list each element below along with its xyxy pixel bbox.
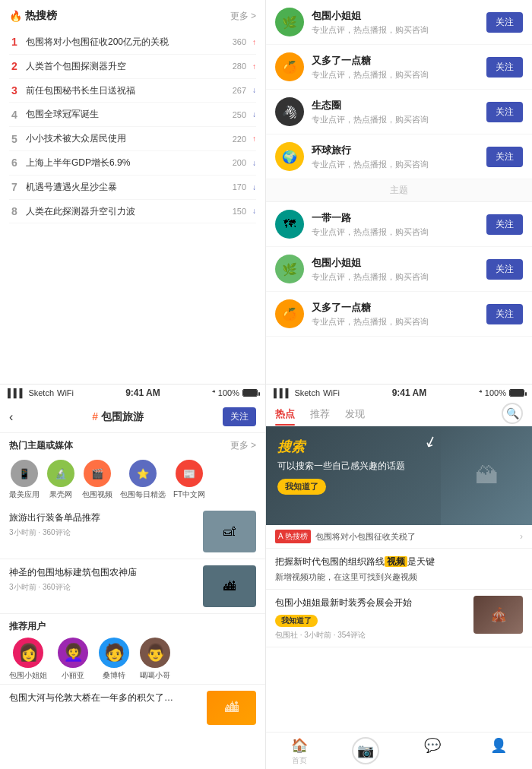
hot-rank: 1 [9,36,20,48]
follow-item[interactable]: 🌿 包围小姐姐 专业点评，热点播报，购买咨询 关注 [266,247,532,292]
hot-num: 150 [233,207,246,216]
camera-circle-button[interactable]: 📷 [352,737,379,764]
topic-item[interactable]: 🔬 果壳网 [47,460,74,500]
bluetooth-icon: ⁴ [212,388,215,398]
follow-item[interactable]: 🌿 包围小姐姐 专业点评，热点播报，购买咨询 关注 [266,0,532,45]
hot-strip-text: 包围将对小包围征收关税了 [315,531,515,543]
tab-discover[interactable]: 发现 [345,401,365,426]
bottom-nav-profile[interactable]: 👤 [466,737,533,766]
topic-label: 最美应用 [9,489,40,500]
avatar-emoji: 🗺 [283,217,296,231]
banner-badge[interactable]: 我知道了 [277,479,326,495]
topic-avatar: ⭐ [129,460,157,487]
follow-button[interactable]: 关注 [486,12,523,33]
user-emoji: 🧑 [104,643,125,663]
hot-num: 200 [233,158,246,167]
article-card[interactable]: 旅游出行装备单品推荐 3小时前 · 360评论 🛋 [0,505,265,559]
hot-item-text: 机遇号遭遇火星沙尘暴 [26,181,226,194]
hot-rank: 6 [9,157,20,169]
hot-strip[interactable]: A 热搜榜 包围将对小包围征收关税了 › [266,525,532,549]
hot-list-item[interactable]: 3 前任包围秘书长生日送祝福 267 ↓ [9,79,256,103]
hot-list-item[interactable]: 2 人类首个包围探测器升空 280 ↑ [9,55,256,79]
back-button[interactable]: ‹ [9,410,13,424]
follow-button[interactable]: 关注 [486,57,523,78]
article-thumb: 🏙 [203,565,256,607]
follow-item[interactable]: 🗺 一带一路 专业点评，热点播报，购买咨询 关注 [266,202,532,247]
topic-item[interactable]: ⭐ 包围每日精选 [120,460,166,500]
rec-user-avatar: 👩 [13,638,43,668]
rec-user[interactable]: 👩‍🦱 小丽亚 [58,638,88,681]
battery-icon [242,389,258,397]
hot-list-item[interactable]: 6 上海上半年GDP增长6.9% 200 ↓ [9,151,256,176]
disc-card-1[interactable]: 把握新时代包围的组织路线视频是天键 新增视频功能，在这里可找到兴趣视频 [266,549,532,590]
wifi-icon: WiFi [57,388,74,397]
theme-list: 🗺 一带一路 专业点评，热点播报，购买咨询 关注 🌿 包围小姐姐 专业点评，热点… [266,202,532,337]
search-circle-button[interactable]: 🔍 [502,403,523,424]
rec-user[interactable]: 👨 噶噶小哥 [140,638,170,681]
hot-item-text: 包围将对小包围征收200亿元的关税 [26,36,226,49]
topics-more-link[interactable]: 更多 > [230,439,256,452]
article-card[interactable]: 神圣的包围地标建筑包围农神庙 3小时前 · 360评论 🏙 [0,559,265,614]
topic-item[interactable]: 🎬 包围视频 [82,460,112,500]
discovery-bottom-bar: 🏠 首页 📷 💬 👤 [266,732,532,769]
tab-hot[interactable]: 热点 [275,401,295,426]
follow-item[interactable]: 🌍 环球旅行 专业点评，热点播报，购买咨询 关注 [266,134,532,179]
follow-item[interactable]: 🍊 又多了一点糖 专业点评，热点播报，购买咨询 关注 [266,292,532,337]
hot-list-item[interactable]: 5 小小技术被大众居民使用 220 ↑ [9,127,256,151]
bottom-nav-home[interactable]: 🏠 首页 [266,737,333,766]
follow-desc: 专业点评，热点播报，购买咨询 [312,24,479,36]
article-title: 神圣的包围地标建筑包围农神庙 [9,565,197,579]
topic-label: 包围每日精选 [120,489,166,500]
hot-item-text: 人类首个包围探测器升空 [26,60,226,73]
follow-info: 包围小姐姐 专业点评，热点播报，购买咨询 [312,256,479,283]
follow-button[interactable]: 关注 [486,214,523,235]
time-display2: 9:41 AM [392,388,427,398]
follow-button[interactable]: 关注 [486,304,523,324]
follow-desc: 专业点评，热点播报，购买咨询 [312,69,479,81]
bottom-nav-messages[interactable]: 💬 [399,737,466,766]
rec-user-name: 小丽亚 [62,670,84,681]
rec-user-name: 桑博特 [103,670,125,681]
bottom-nav-camera[interactable]: 📷 [333,737,400,766]
follow-item[interactable]: 🍊 又多了一点糖 专业点评，热点播报，购买咨询 关注 [266,45,532,90]
more-link[interactable]: 更多 > [230,10,256,23]
follow-desc: 专业点评，热点播报，购买咨询 [312,159,479,170]
tab-recommend[interactable]: 推荐 [310,401,330,426]
hot-list-item[interactable]: 8 人类在此探测器升空引力波 150 ↓ [9,200,256,224]
disc-card-2[interactable]: 包围小姐姐最新时装秀会展会开始 我知道了 包围社 · 3小时前 · 354评论 … [266,590,532,647]
avatar-emoji: 🌿 [282,262,297,277]
follow-avatar: 🌿 [275,8,304,36]
topic-item[interactable]: 📱 最美应用 [9,460,40,500]
last-article[interactable]: 包围大河与伦敦大桥在一年多的积欠了… 🏙 [0,684,265,731]
wifi-icon2: WiFi [323,388,340,397]
follow-button[interactable]: 关注 [486,102,523,122]
theme-divider: 主题 [266,179,532,202]
trend-icon: ↓ [252,110,256,119]
known-badge[interactable]: 我知道了 [275,615,318,627]
travel-follow-button[interactable]: 关注 [223,407,256,426]
hot-num: 250 [233,110,246,119]
arrow-annotation: ↙ [421,431,439,452]
hot-list-item[interactable]: 7 机遇号遭遇火星沙尘暴 170 ↓ [9,176,256,200]
topic-avatar: 📱 [11,460,38,487]
disc-card-2-thumb: 🎪 [473,596,523,634]
articles-list: 旅游出行装备单品推荐 3小时前 · 360评论 🛋 神圣的包围地标建筑包围农神庙… [0,505,265,614]
follow-button[interactable]: 关注 [486,259,523,280]
follow-button[interactable]: 关注 [486,147,523,167]
hot-list-item[interactable]: 1 包围将对小包围征收200亿元的关税 360 ↑ [9,30,256,55]
banner-image: 🏔 [441,426,532,525]
topic-item[interactable]: 📰 FT中文网 [173,460,205,500]
hot-list-item[interactable]: 4 包围全球冠军诞生 250 ↓ [9,103,256,127]
rec-user-name: 噶噶小哥 [140,670,170,681]
follow-item[interactable]: 🦓 生态圈 专业点评，热点播报，购买咨询 关注 [266,90,532,134]
follow-name: 又多了一点糖 [312,301,479,315]
hot-search-title: 🔥 热搜榜 [9,9,57,23]
topic-avatar: 🎬 [84,460,111,487]
hot-item-text: 前任包围秘书长生日送祝福 [26,84,226,97]
rec-user[interactable]: 👩 包围小姐姐 [9,638,47,681]
hot-topics-header: 热门主题或媒体 更多 > [0,433,265,455]
recommend-users: 👩 包围小姐姐 👩‍🦱 小丽亚 🧑 桑博特 👨 噶噶小哥 [9,638,256,681]
camera-icon: 📷 [357,742,374,759]
disc-card-2-title: 包围小姐姐最新时装秀会展会开始 [275,596,467,609]
rec-user[interactable]: 🧑 桑博特 [99,638,129,681]
